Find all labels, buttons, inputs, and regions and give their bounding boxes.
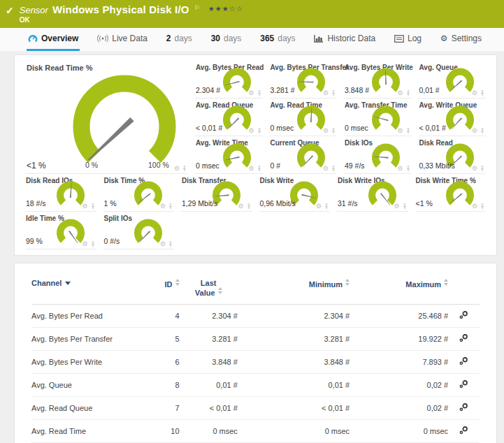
tab-log[interactable]: Log	[393, 28, 423, 51]
gauge-disk-read[interactable]: Disk Read0,33 Mbit/s⚙	[419, 136, 487, 174]
gauge-avg-transfer-time[interactable]: Avg. Transfer Time0 msec⚙	[344, 99, 412, 136]
pin-icon[interactable]	[90, 203, 96, 210]
channel-settings-icon[interactable]	[459, 379, 469, 389]
gear-icon[interactable]: ⚙	[323, 128, 329, 134]
gear-icon[interactable]: ⚙	[472, 203, 477, 210]
gear-icon[interactable]: ⚙	[472, 128, 477, 134]
cell-minimum: 3.281 #	[238, 327, 350, 350]
channel-settings-icon[interactable]	[459, 356, 469, 366]
gear-icon[interactable]: ⚙	[394, 203, 399, 210]
gauge-current-queue[interactable]: Current Queue0 #⚙	[270, 136, 338, 174]
pin-icon[interactable]	[168, 241, 173, 247]
gear-icon[interactable]: ⚙	[472, 166, 477, 172]
table-row: Avg. Read Time100 msec0 msec0 msec	[31, 419, 480, 442]
gauge-avg-bytes-per-write[interactable]: Avg. Bytes Per Write3.848 #⚙	[344, 61, 412, 99]
tab-2-days[interactable]: 2days	[165, 28, 194, 51]
channel-settings-icon[interactable]	[459, 333, 469, 343]
gear-icon[interactable]: ⚙	[316, 203, 322, 210]
gear-icon[interactable]: ⚙	[248, 90, 254, 96]
gauge-disk-ios[interactable]: Disk IOs49 #/s⚙	[344, 136, 412, 174]
gauge-disk-write-ios[interactable]: Disk Write IOs31 #/s⚙	[337, 174, 408, 212]
col-header-last-value[interactable]: Last Value	[180, 275, 238, 304]
tab-365-days[interactable]: 365days	[259, 28, 296, 51]
gauge-disk-read-time[interactable]: Disk Read Time % <1 % 0 % 100 % ⚙	[25, 61, 188, 174]
tab-historic-data[interactable]: Historic Data	[312, 28, 377, 51]
tab-label: Log	[408, 34, 422, 43]
channel-settings-icon[interactable]	[459, 402, 469, 412]
channel-settings-icon[interactable]	[459, 426, 469, 435]
gear-icon[interactable]: ⚙	[323, 90, 329, 96]
gauge-dial	[222, 65, 252, 94]
gauge-avg-bytes-per-read[interactable]: Avg. Bytes Per Read2.304 #⚙	[195, 61, 263, 99]
pin-icon[interactable]	[257, 166, 262, 172]
gear-icon[interactable]: ⚙	[397, 166, 403, 172]
cell-channel[interactable]: Avg. Read Queue	[31, 396, 139, 419]
gear-icon[interactable]: ⚙	[160, 203, 166, 210]
flag-icon[interactable]: ⚐	[194, 4, 200, 11]
pin-icon[interactable]	[90, 241, 96, 247]
pin-icon[interactable]	[331, 128, 336, 134]
priority-stars[interactable]: ★★★☆☆	[208, 5, 243, 13]
gauge-disk-read-ios[interactable]: Disk Read IOs18 #/s⚙	[25, 174, 96, 212]
gauge-value: 0 msec	[345, 124, 368, 132]
pin-icon[interactable]	[168, 203, 173, 210]
pin-icon[interactable]	[480, 128, 485, 134]
gauge-avg-queue[interactable]: Avg. Queue0,01 #⚙	[419, 61, 487, 99]
gear-icon[interactable]: ⚙	[472, 90, 477, 96]
gauge-disk-write[interactable]: Disk Write0,96 Mbit/s⚙	[259, 174, 331, 212]
pin-icon[interactable]	[480, 90, 485, 96]
gauge-disk-transfer[interactable]: Disk Transfer1,29 Mbit/s⚙	[181, 174, 252, 212]
pin-icon[interactable]	[405, 90, 411, 96]
gauge-avg-write-queue[interactable]: Avg. Write Queue< 0,01 #⚙	[419, 99, 487, 136]
gauge-disk-write-time[interactable]: Disk Write Time %<1 %⚙	[415, 174, 487, 212]
gauge-idle-time[interactable]: Idle Time %99 %⚙	[25, 212, 96, 249]
pin-icon[interactable]	[405, 166, 411, 172]
pin-icon[interactable]	[257, 90, 262, 96]
gear-icon[interactable]: ⚙	[323, 166, 329, 172]
gear-icon[interactable]: ⚙	[160, 241, 166, 247]
col-header-maximum[interactable]: Maximum	[350, 275, 448, 304]
gear-icon[interactable]: ⚙	[82, 203, 87, 210]
pin-icon[interactable]	[324, 203, 329, 210]
pin-icon[interactable]	[182, 166, 187, 172]
pin-icon[interactable]	[480, 166, 485, 172]
pin-icon[interactable]	[480, 203, 485, 210]
gauge-disk-time[interactable]: Disk Time %1 %⚙	[103, 174, 175, 212]
pin-icon[interactable]	[331, 166, 336, 172]
cell-last-value: < 0,01 #	[180, 396, 238, 419]
gauge-avg-write-time[interactable]: Avg. Write Time0 msec⚙	[195, 136, 263, 174]
gauge-avg-bytes-per-transfer[interactable]: Avg. Bytes Per Transfer3.281 #⚙	[270, 61, 338, 99]
cell-channel[interactable]: Avg. Bytes Per Write	[31, 350, 139, 373]
gear-icon[interactable]: ⚙	[248, 128, 254, 134]
gear-icon[interactable]: ⚙	[397, 128, 403, 134]
gauge-avg-read-queue[interactable]: Avg. Read Queue< 0,01 #⚙	[195, 99, 263, 136]
gear-icon[interactable]: ⚙	[238, 203, 243, 210]
gauge-dial	[370, 103, 401, 132]
gear-icon[interactable]: ⚙	[174, 166, 180, 172]
tab-live-data[interactable]: Live Data	[96, 28, 149, 51]
channel-settings-icon[interactable]	[459, 310, 469, 320]
gauge-avg-read-time[interactable]: Avg. Read Time0 msec⚙	[270, 99, 338, 136]
col-header-minimum[interactable]: Minimum	[238, 275, 350, 304]
cell-channel[interactable]: Avg. Queue	[31, 373, 139, 396]
gear-icon[interactable]: ⚙	[397, 90, 403, 96]
tab-30-days[interactable]: 30days	[210, 28, 243, 51]
pin-icon[interactable]	[405, 128, 411, 134]
tab-overview[interactable]: Overview	[27, 28, 80, 51]
gauge-split-ios[interactable]: Split IOs0 #/s⚙	[103, 212, 175, 249]
gauge-icon	[28, 34, 38, 43]
col-header-id[interactable]: ID	[139, 275, 180, 304]
cell-last-value: 0,01 #	[180, 373, 238, 396]
pin-icon[interactable]	[402, 203, 408, 210]
col-header-channel[interactable]: Channel	[31, 275, 139, 304]
cell-channel[interactable]: Avg. Read Time	[31, 419, 139, 442]
cell-channel[interactable]: Avg. Bytes Per Read	[31, 304, 139, 327]
pin-icon[interactable]	[246, 203, 252, 210]
broadcast-icon	[97, 34, 108, 43]
gear-icon[interactable]: ⚙	[248, 166, 254, 172]
pin-icon[interactable]	[257, 128, 262, 134]
pin-icon[interactable]	[331, 90, 336, 96]
gear-icon[interactable]: ⚙	[82, 241, 87, 247]
cell-channel[interactable]: Avg. Bytes Per Transfer	[31, 327, 139, 350]
tab-settings[interactable]: ⚙Settings	[439, 28, 483, 51]
